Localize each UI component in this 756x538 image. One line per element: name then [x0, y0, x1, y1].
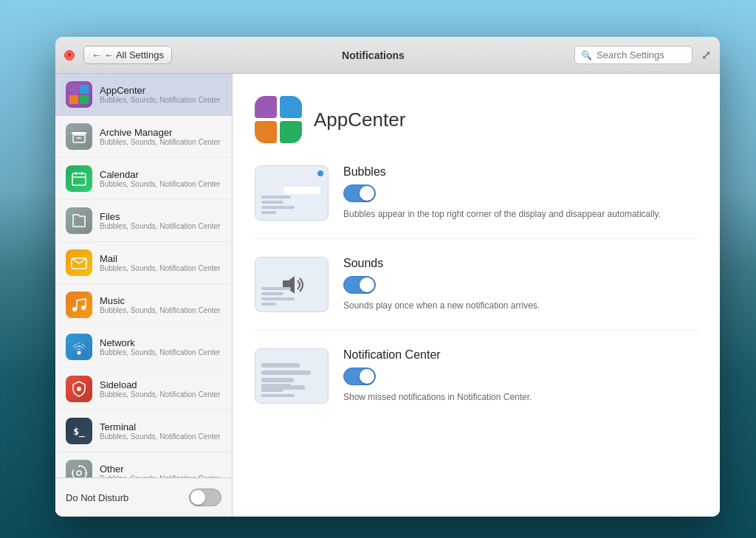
- close-button[interactable]: ×: [64, 50, 75, 61]
- sidebar-item-files[interactable]: Files Bubbles, Sounds, Notification Cent…: [55, 200, 232, 242]
- sound-bars: [261, 287, 295, 306]
- notification-center-row: Notification Center Show missed notifica…: [255, 348, 698, 421]
- bubbles-info: Bubbles Bubbles appear in the top right …: [343, 165, 698, 221]
- svg-rect-7: [72, 173, 86, 185]
- music-sub: Bubbles, Sounds, Notification Center: [100, 306, 220, 314]
- panel-app-name: AppCenter: [314, 108, 405, 131]
- mail-text: Mail Bubbles, Sounds, Notification Cente…: [100, 253, 220, 272]
- other-text: Other Bubbles, Sounds, Notification Cent…: [100, 463, 220, 477]
- sidebar: AppCenter Bubbles, Sounds, Notification …: [55, 74, 233, 517]
- other-icon: [66, 460, 92, 477]
- bubbles-row: Bubbles Bubbles appear in the top right …: [255, 165, 698, 239]
- calendar-icon: [66, 165, 92, 192]
- mail-icon: [66, 249, 92, 276]
- appcenter-name: AppCenter: [100, 85, 220, 96]
- sounds-preview: [255, 257, 329, 312]
- sidebar-item-mail[interactable]: Mail Bubbles, Sounds, Notification Cente…: [55, 242, 232, 284]
- search-input[interactable]: [597, 49, 686, 61]
- appcenter-text: AppCenter Bubbles, Sounds, Notification …: [100, 85, 220, 104]
- svg-rect-18: [280, 96, 302, 118]
- files-icon: [66, 207, 92, 234]
- svg-rect-20: [280, 121, 302, 143]
- calendar-name: Calendar: [100, 169, 220, 180]
- appcenter-icon: [66, 81, 92, 108]
- svg-rect-2: [69, 95, 79, 105]
- nc-bar-1: [261, 384, 291, 387]
- sidebar-footer: Do Not Disturb: [55, 477, 232, 517]
- bubble-dot: [317, 170, 323, 176]
- nc-bars: [261, 384, 295, 397]
- sidebar-item-calendar[interactable]: Calendar Bubbles, Sounds, Notification C…: [55, 158, 232, 200]
- svg-point-15: [77, 387, 81, 391]
- music-text: Music Bubbles, Sounds, Notification Cent…: [100, 295, 220, 314]
- nc-bar-2: [261, 389, 284, 392]
- terminal-text: Terminal Bubbles, Sounds, Notification C…: [100, 421, 220, 441]
- mail-sub: Bubbles, Sounds, Notification Center: [100, 264, 220, 272]
- network-icon: [66, 334, 92, 360]
- search-icon: 🔍: [581, 50, 592, 61]
- appcenter-sub: Bubbles, Sounds, Notification Center: [100, 96, 220, 104]
- window-title: Notifications: [172, 49, 574, 61]
- files-text: Files Bubbles, Sounds, Notification Cent…: [100, 211, 220, 230]
- sidebar-item-sideload[interactable]: Sideload Bubbles, Sounds, Notification C…: [55, 368, 232, 410]
- sounds-toggle[interactable]: [343, 276, 376, 294]
- svg-point-16: [77, 471, 81, 475]
- small-bar-3: [261, 206, 295, 209]
- svg-point-14: [78, 351, 81, 355]
- calendar-text: Calendar Bubbles, Sounds, Notification C…: [100, 169, 220, 188]
- svg-rect-19: [255, 121, 277, 143]
- sidebar-item-terminal[interactable]: $_ Terminal Bubbles, Sounds, Notificatio…: [55, 410, 232, 452]
- search-box[interactable]: 🔍: [574, 46, 693, 64]
- main-panel: AppCenter Bubbles: [233, 74, 720, 517]
- list-line-3: [261, 378, 294, 382]
- music-icon: [66, 292, 92, 318]
- sideload-name: Sideload: [100, 379, 220, 390]
- nc-bar-3: [261, 394, 295, 397]
- bubbles-toggle-row: [343, 184, 698, 202]
- bubbles-toggle[interactable]: [343, 184, 376, 202]
- network-sub: Bubbles, Sounds, Notification Center: [100, 348, 220, 356]
- small-bar-4: [261, 211, 276, 214]
- do-not-disturb-label: Do Not Disturb: [66, 492, 128, 503]
- bubbles-preview: [255, 165, 329, 221]
- archive-name: Archive Manager: [100, 127, 220, 138]
- svg-rect-0: [69, 85, 79, 94]
- svg-point-12: [72, 307, 77, 311]
- bubble-bar: [284, 187, 320, 194]
- panel-header: AppCenter: [255, 96, 698, 143]
- bubbles-desc: Bubbles appear in the top right corner o…: [343, 208, 698, 221]
- files-sub: Bubbles, Sounds, Notification Center: [100, 222, 220, 230]
- notif-center-desc: Show missed notifications in Notificatio…: [343, 391, 698, 404]
- other-name: Other: [100, 463, 220, 475]
- terminal-name: Terminal: [100, 421, 220, 432]
- back-arrow-icon: ←: [92, 49, 101, 61]
- back-label: ← All Settings: [104, 49, 164, 61]
- sideload-text: Sideload Bubbles, Sounds, Notification C…: [100, 379, 220, 399]
- sideload-sub: Bubbles, Sounds, Notification Center: [100, 390, 220, 399]
- panel-app-icon: [255, 96, 302, 143]
- bubbles-title: Bubbles: [343, 165, 698, 179]
- notif-center-info: Notification Center Show missed notifica…: [343, 348, 698, 404]
- sidebar-item-other[interactable]: Other Bubbles, Sounds, Notification Cent…: [55, 452, 232, 477]
- sound-bar-3: [261, 297, 295, 300]
- notif-center-toggle[interactable]: [343, 368, 376, 385]
- sounds-toggle-row: [343, 276, 698, 294]
- expand-button[interactable]: ⤢: [701, 48, 711, 62]
- music-name: Music: [100, 295, 220, 306]
- sidebar-item-appcenter[interactable]: AppCenter Bubbles, Sounds, Notification …: [55, 74, 232, 116]
- notif-center-title: Notification Center: [343, 348, 698, 362]
- sound-bar-2: [261, 292, 284, 295]
- network-name: Network: [100, 337, 220, 348]
- back-button[interactable]: ← ← All Settings: [83, 46, 172, 64]
- mail-name: Mail: [100, 253, 220, 264]
- svg-rect-5: [73, 135, 85, 142]
- sidebar-items-list: AppCenter Bubbles, Sounds, Notification …: [55, 74, 232, 477]
- sidebar-item-music[interactable]: Music Bubbles, Sounds, Notification Cent…: [55, 284, 232, 326]
- sidebar-item-archive[interactable]: Archive Manager Bubbles, Sounds, Notific…: [55, 116, 232, 158]
- settings-window: × ← ← All Settings Notifications 🔍 ⤢: [55, 37, 720, 517]
- do-not-disturb-toggle[interactable]: [189, 489, 221, 506]
- sidebar-item-network[interactable]: Network Bubbles, Sounds, Notification Ce…: [55, 326, 232, 368]
- terminal-icon: $_: [66, 418, 92, 444]
- files-name: Files: [100, 211, 220, 222]
- small-bar-2: [261, 201, 284, 204]
